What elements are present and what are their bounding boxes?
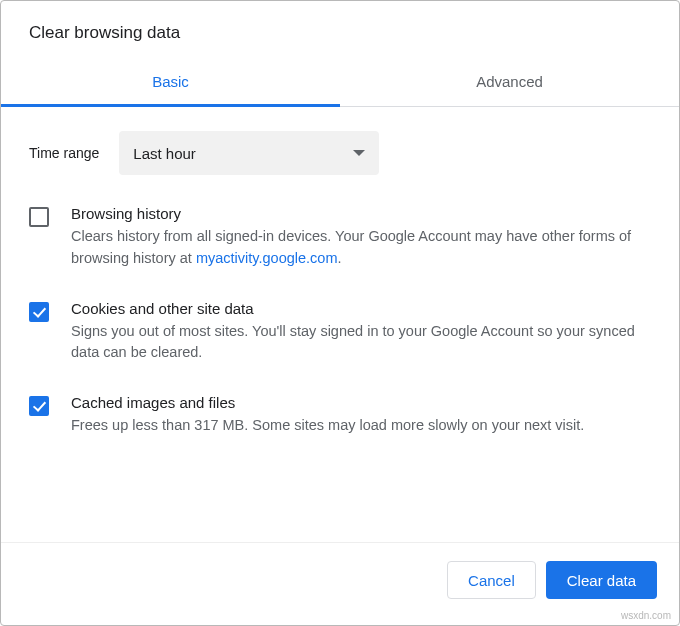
option-text: Cookies and other site data Signs you ou… <box>71 300 651 365</box>
dialog-body: Time range Last hour Browsing history Cl… <box>1 107 679 437</box>
time-range-value: Last hour <box>133 145 196 162</box>
cancel-button[interactable]: Cancel <box>447 561 536 599</box>
checkbox-cache[interactable] <box>29 396 49 416</box>
option-desc: Frees up less than 317 MB. Some sites ma… <box>71 415 651 437</box>
option-browsing-history: Browsing history Clears history from all… <box>29 205 651 270</box>
dialog-title: Clear browsing data <box>1 1 679 43</box>
myactivity-link[interactable]: myactivity.google.com <box>196 250 338 266</box>
option-cookies: Cookies and other site data Signs you ou… <box>29 300 651 365</box>
option-desc: Clears history from all signed-in device… <box>71 226 651 270</box>
dialog-footer: Cancel Clear data <box>1 542 679 625</box>
watermark: wsxdn.com <box>621 610 671 621</box>
tab-row: Basic Advanced <box>1 61 679 107</box>
option-title: Cookies and other site data <box>71 300 651 317</box>
option-cache: Cached images and files Frees up less th… <box>29 394 651 437</box>
time-range-row: Time range Last hour <box>29 131 651 175</box>
time-range-label: Time range <box>29 145 99 161</box>
option-title: Browsing history <box>71 205 651 222</box>
option-desc-text: Clears history from all signed-in device… <box>71 228 631 266</box>
option-text: Browsing history Clears history from all… <box>71 205 651 270</box>
option-desc: Signs you out of most sites. You'll stay… <box>71 321 651 365</box>
clear-data-button[interactable]: Clear data <box>546 561 657 599</box>
chevron-down-icon <box>353 150 365 156</box>
checkbox-cookies[interactable] <box>29 302 49 322</box>
time-range-select[interactable]: Last hour <box>119 131 379 175</box>
option-text: Cached images and files Frees up less th… <box>71 394 651 437</box>
tab-advanced[interactable]: Advanced <box>340 61 679 106</box>
option-desc-post: . <box>337 250 341 266</box>
checkbox-browsing-history[interactable] <box>29 207 49 227</box>
option-title: Cached images and files <box>71 394 651 411</box>
tab-basic[interactable]: Basic <box>1 61 340 107</box>
